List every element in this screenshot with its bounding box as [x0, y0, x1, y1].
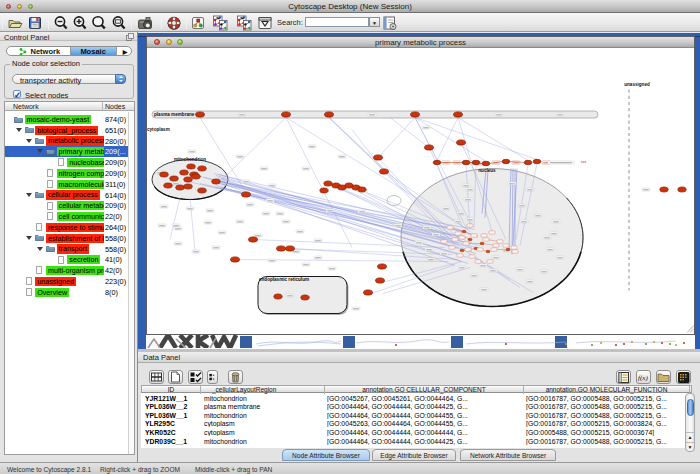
svg-text:nucleus: nucleus [478, 168, 496, 173]
svg-text:f(x): f(x) [638, 374, 648, 382]
svg-text:xxx: xxx [581, 160, 586, 164]
svg-text:mitochondrion: mitochondrion [174, 157, 206, 162]
svg-text:plasma membrane: plasma membrane [154, 112, 195, 117]
svg-text:unassigned: unassigned [624, 82, 650, 87]
svg-text:endoplasmic reticulum: endoplasmic reticulum [259, 277, 309, 282]
svg-text:cytoplasm: cytoplasm [147, 127, 170, 132]
